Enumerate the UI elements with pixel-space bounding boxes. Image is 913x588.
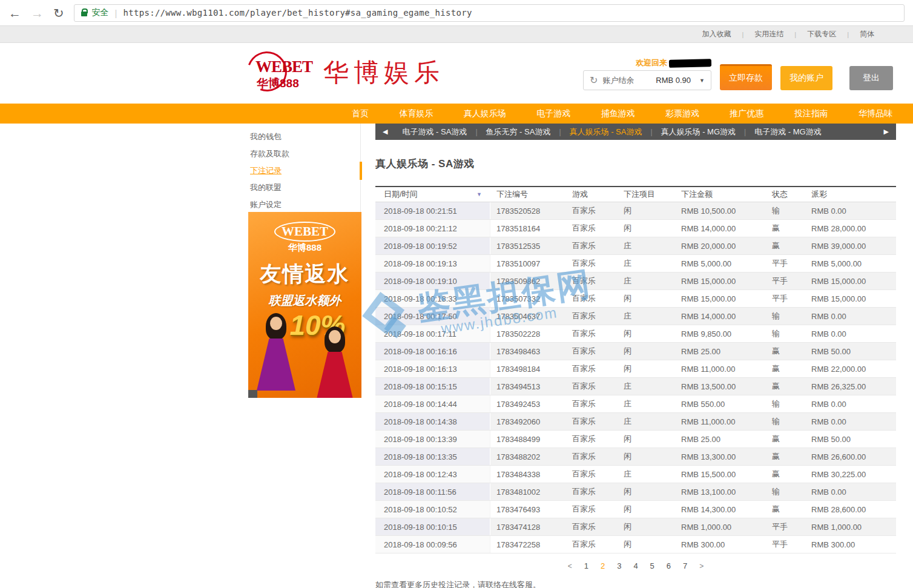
cell: RMB 30,225.00 <box>805 466 896 483</box>
topbar-link-2[interactable]: 下载专区 <box>807 29 836 39</box>
page-6[interactable]: 6 <box>667 561 671 570</box>
tab-3[interactable]: 真人娱乐场 - MG游戏 <box>661 127 736 137</box>
my-account-button[interactable]: 我的账户 <box>780 66 832 90</box>
column-header-1[interactable]: 下注编号 <box>490 187 566 202</box>
back-icon[interactable]: ← <box>8 7 21 19</box>
utility-bar: 加入收藏|实用连结|下载专区|简体 <box>0 26 913 43</box>
topbar-link-3[interactable]: 简体 <box>860 29 874 39</box>
tab-4[interactable]: 电子游戏 - MG游戏 <box>754 127 822 137</box>
promo-banner[interactable]: WEBET 华博888 友情返水 联盟返水额外 10% <box>248 212 361 398</box>
table-body: 2018-09-18 00:21:511783520528百家乐闲RMB 10,… <box>375 202 896 553</box>
tab-1[interactable]: 鱼乐无穷 - SA游戏 <box>486 127 551 137</box>
table-row-1[interactable]: 2018-09-18 00:21:121783518164百家乐闲RMB 14,… <box>375 220 896 237</box>
cell: 2018-09-18 00:19:10 <box>375 273 490 289</box>
nav-item-2[interactable]: 真人娱乐场 <box>460 108 510 119</box>
tab-2[interactable]: 真人娱乐场 - SA游戏 <box>570 127 642 137</box>
sidebar-item-3[interactable]: 我的联盟 <box>248 179 360 196</box>
topbar-link-0[interactable]: 加入收藏 <box>702 29 731 39</box>
cell: 1783510097 <box>490 255 566 272</box>
table-row-5[interactable]: 2018-09-18 00:18:331783507332百家乐闲RMB 15,… <box>375 290 896 308</box>
banner-headline: 友情返水 <box>248 260 361 288</box>
logout-button[interactable]: 登出 <box>849 66 893 90</box>
column-header-6[interactable]: 派彩 <box>805 187 896 202</box>
sidebar-item-2[interactable]: 下注记录 <box>248 162 360 179</box>
page-prev[interactable]: < <box>568 562 572 570</box>
table-row-16[interactable]: 2018-09-18 00:11:561783481002百家乐闲RMB 13,… <box>375 483 896 501</box>
table-row-12[interactable]: 2018-09-18 00:14:381783492060百家乐庄RMB 11,… <box>375 413 896 431</box>
table-row-19[interactable]: 2018-09-18 00:09:561783472258百家乐闲RMB 300… <box>375 536 896 553</box>
nav-item-1[interactable]: 体育娱乐 <box>395 108 437 119</box>
cell: 1783498184 <box>490 360 566 377</box>
table-row-8[interactable]: 2018-09-18 00:16:161783498463百家乐闲RMB 25.… <box>375 343 896 360</box>
cell: 百家乐 <box>566 431 618 448</box>
url-text[interactable]: https://www.wbg1101.com/player/bet_histo… <box>124 8 472 18</box>
nav-item-5[interactable]: 彩票游戏 <box>662 108 703 119</box>
site-logo[interactable]: WEBET 华博888 华博娱乐 <box>247 48 444 97</box>
table-row-18[interactable]: 2018-09-18 00:10:151783474128百家乐闲RMB 1,0… <box>375 518 896 536</box>
forward-icon[interactable]: → <box>31 7 44 19</box>
banner-subline: 联盟返水额外 <box>248 292 361 309</box>
column-header-4[interactable]: 下注金额 <box>675 187 766 202</box>
page-3[interactable]: 3 <box>617 561 621 570</box>
page-5[interactable]: 5 <box>650 561 654 570</box>
deposit-button[interactable]: 立即存款 <box>720 64 772 90</box>
topbar-separator: | <box>742 31 743 38</box>
tab-0[interactable]: 电子游戏 - SA游戏 <box>402 127 467 137</box>
page-next[interactable]: > <box>699 562 704 570</box>
chevron-down-icon[interactable]: ▼ <box>699 78 705 84</box>
table-row-14[interactable]: 2018-09-18 00:13:351783488202百家乐闲RMB 13,… <box>375 448 896 466</box>
balance-dropdown[interactable]: ↻ 账户结余 RMB 0.90 ▼ <box>583 70 711 90</box>
account-area: 欢迎回来 ↻ 账户结余 RMB 0.90 ▼ 立即存款 我的账户 登出 <box>583 59 893 90</box>
sort-desc-icon[interactable]: ▼ <box>476 191 482 197</box>
tab-separator: | <box>559 128 561 136</box>
column-header-5[interactable]: 状态 <box>766 187 805 202</box>
nav-item-0[interactable]: 首页 <box>348 108 372 119</box>
page-4[interactable]: 4 <box>633 561 638 570</box>
table-row-15[interactable]: 2018-09-18 00:12:431783484338百家乐庄RMB 15,… <box>375 466 896 483</box>
webet-logo-mark: WEBET 华博888 <box>247 48 318 97</box>
table-row-6[interactable]: 2018-09-18 00:17:501783504637百家乐庄RMB 14,… <box>375 308 896 325</box>
column-header-3[interactable]: 下注项目 <box>618 187 675 202</box>
nav-item-3[interactable]: 电子游戏 <box>533 108 574 119</box>
cell: 2018-09-18 00:10:15 <box>375 518 490 535</box>
tab-scroll-right-icon[interactable]: ▶ <box>884 128 889 136</box>
cell: RMB 10,500.00 <box>675 202 766 219</box>
cell: RMB 300.00 <box>675 536 766 553</box>
table-row-3[interactable]: 2018-09-18 00:19:131783510097百家乐庄RMB 5,0… <box>375 255 896 273</box>
table-row-0[interactable]: 2018-09-18 00:21:511783520528百家乐闲RMB 10,… <box>375 202 896 220</box>
table-row-17[interactable]: 2018-09-18 00:10:521783476493百家乐闲RMB 14,… <box>375 501 896 518</box>
column-header-2[interactable]: 游戏 <box>566 187 618 202</box>
address-bar[interactable]: 安全 | https://www.wbg1101.com/player/bet_… <box>74 4 905 22</box>
logo-brand-sub: 华博888 <box>257 76 299 91</box>
topbar-link-1[interactable]: 实用连结 <box>754 29 783 39</box>
nav-item-8[interactable]: 华博品味 <box>855 108 896 119</box>
sidebar-item-4[interactable]: 账户设定 <box>248 196 360 213</box>
cell: 2018-09-18 00:13:35 <box>375 448 490 465</box>
nav-item-7[interactable]: 投注指南 <box>791 108 832 119</box>
nav-item-6[interactable]: 推广优惠 <box>726 108 767 119</box>
site-header: WEBET 华博888 华博娱乐 欢迎回来 ↻ 账户结余 RMB 0.90 ▼ … <box>0 43 913 104</box>
cell: 庄 <box>618 255 675 272</box>
column-header-0[interactable]: 日期/时间▼ <box>375 187 490 202</box>
cell: 百家乐 <box>566 448 618 465</box>
cell: 庄 <box>618 395 675 412</box>
tab-scroll-left-icon[interactable]: ◀ <box>383 128 387 136</box>
page-1[interactable]: 1 <box>584 561 588 570</box>
table-row-7[interactable]: 2018-09-18 00:17:111783502228百家乐闲RMB 9,8… <box>375 325 896 343</box>
table-row-10[interactable]: 2018-09-18 00:15:151783494513百家乐庄RMB 13,… <box>375 378 896 395</box>
page-7[interactable]: 7 <box>683 561 687 570</box>
table-row-9[interactable]: 2018-09-18 00:16:131783498184百家乐闲RMB 11,… <box>375 360 896 378</box>
table-row-11[interactable]: 2018-09-18 00:14:441783492453百家乐庄RMB 550… <box>375 395 896 413</box>
cell: 1783492060 <box>490 413 566 430</box>
sidebar-item-1[interactable]: 存款及取款 <box>248 145 360 162</box>
cell: 百家乐 <box>566 483 618 500</box>
table-row-13[interactable]: 2018-09-18 00:13:391783488499百家乐闲RMB 25.… <box>375 431 896 448</box>
nav-item-4[interactable]: 捕鱼游戏 <box>598 108 639 119</box>
sidebar-item-0[interactable]: 我的钱包 <box>248 128 360 145</box>
page-2[interactable]: 2 <box>601 561 605 570</box>
cell: 赢 <box>766 343 805 360</box>
reload-icon[interactable]: ↻ <box>53 7 64 19</box>
refresh-icon[interactable]: ↻ <box>590 74 598 86</box>
table-row-4[interactable]: 2018-09-18 00:19:101783509862百家乐庄RMB 15,… <box>375 273 896 290</box>
table-row-2[interactable]: 2018-09-18 00:19:521783512535百家乐庄RMB 20,… <box>375 237 896 255</box>
